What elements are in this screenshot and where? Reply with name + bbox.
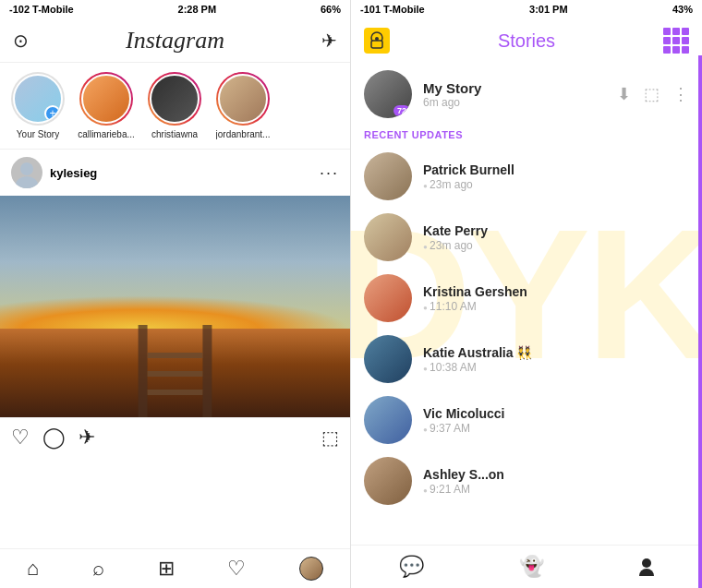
svg-point-0 bbox=[20, 162, 33, 175]
snap-my-story-item[interactable]: 72 My Story 6m ago ⬇ ⬚ ⋮ bbox=[351, 63, 702, 126]
ig-nav-home-icon[interactable]: ⌂ bbox=[27, 557, 39, 581]
snap-nav-chat-icon[interactable]: 💬 bbox=[399, 555, 424, 579]
ig-nav-search-icon[interactable]: ⌕ bbox=[92, 557, 104, 581]
snap-ghost-icon[interactable] bbox=[364, 28, 390, 54]
snap-story-item-katie[interactable]: Katie Australia 👯 10:38 AM bbox=[351, 329, 702, 390]
story-add-icon: + bbox=[44, 105, 61, 122]
snap-grid-icon[interactable] bbox=[663, 28, 689, 54]
snap-story-avatar-patrick bbox=[364, 152, 412, 200]
snap-story-item-ashley[interactable]: Ashley S...on 9:21 AM bbox=[351, 450, 702, 511]
story-avatar-christiawna bbox=[150, 74, 200, 124]
svg-rect-3 bbox=[202, 325, 212, 417]
camera-icon[interactable]: ⊙ bbox=[13, 30, 29, 52]
story-avatar-callimarieba bbox=[81, 74, 131, 124]
snap-story-time-patrick: 23m ago bbox=[423, 178, 689, 191]
svg-rect-4 bbox=[148, 353, 203, 358]
snap-nav-ghost-icon[interactable]: 👻 bbox=[519, 555, 544, 579]
snap-download-icon[interactable]: ⬇ bbox=[617, 84, 631, 104]
snap-header-title: Stories bbox=[390, 30, 663, 52]
snap-story-avatar-kate bbox=[364, 213, 412, 261]
ig-post-avatar bbox=[11, 157, 42, 188]
ig-post-actions-left: ♡ ◯ ✈ bbox=[11, 426, 95, 450]
snap-more-icon[interactable]: ⋮ bbox=[672, 84, 689, 104]
snap-story-info-vic: Vic Micolucci 9:37 AM bbox=[423, 406, 689, 435]
snap-battery: 43% bbox=[672, 4, 693, 15]
ig-post-image bbox=[0, 196, 350, 417]
snap-story-time-kristina: 11:10 AM bbox=[423, 300, 689, 313]
ig-post-user[interactable]: kylesieg bbox=[11, 157, 97, 188]
story-item-jordanbrant[interactable]: jordanbrant... bbox=[212, 72, 273, 139]
svg-rect-6 bbox=[148, 390, 203, 395]
story-label-callimarieba: callimarieba... bbox=[78, 129, 135, 139]
snapchat-panel: DYK -101 T-Mobile 3:01 PM 43% Stories bbox=[351, 0, 702, 588]
snap-story-info-kristina: Kristina Gershen 11:10 AM bbox=[423, 284, 689, 313]
send-icon[interactable]: ✈ bbox=[321, 30, 337, 52]
snap-story-avatar-ashley bbox=[364, 457, 412, 505]
ig-nav-heart-icon[interactable]: ♡ bbox=[227, 557, 246, 581]
story-item-your-story[interactable]: + Your Story bbox=[7, 72, 68, 139]
story-avatar-wrap-callimarieba bbox=[79, 72, 133, 126]
snap-carrier: -101 T-Mobile bbox=[360, 4, 425, 15]
snap-story-time-ashley: 9:21 AM bbox=[423, 483, 689, 496]
snap-nav-people-icon[interactable] bbox=[639, 558, 654, 576]
snap-my-story-name: My Story bbox=[423, 80, 606, 96]
snap-story-name-kristina: Kristina Gershen bbox=[423, 284, 689, 299]
snap-story-name-ashley: Ashley S...on bbox=[423, 467, 689, 482]
snap-story-time-katie: 10:38 AM bbox=[423, 361, 689, 374]
snap-my-story-avatar: 72 bbox=[364, 70, 412, 118]
snap-story-avatar-kristina bbox=[364, 274, 412, 322]
story-avatar-wrap-your-story: + bbox=[11, 72, 65, 126]
ig-post-username: kylesieg bbox=[50, 166, 97, 180]
bookmark-icon[interactable]: ⬚ bbox=[321, 426, 339, 449]
snap-story-name-kate: Kate Perry bbox=[423, 223, 689, 238]
share-icon[interactable]: ✈ bbox=[79, 426, 95, 450]
snap-story-name-katie: Katie Australia 👯 bbox=[423, 345, 689, 360]
instagram-panel: -102 T-Mobile 2:28 PM 66% ⊙ Instagram ✈ … bbox=[0, 0, 351, 588]
pier-svg bbox=[0, 325, 350, 417]
snap-story-item-kate[interactable]: Kate Perry 23m ago bbox=[351, 207, 702, 268]
ig-battery: 66% bbox=[321, 4, 341, 15]
snap-share-icon[interactable]: ⬚ bbox=[644, 84, 660, 104]
snap-header: Stories bbox=[351, 18, 702, 63]
snap-my-story-time: 6m ago bbox=[423, 96, 606, 109]
snap-recent-label: RECENT UPDATES bbox=[351, 126, 702, 146]
snap-story-time-kate: 23m ago bbox=[423, 239, 689, 252]
story-label-jordanbrant: jordanbrant... bbox=[216, 129, 271, 139]
story-avatar-jordanbrant bbox=[218, 74, 268, 124]
story-avatar-your-story: + bbox=[13, 74, 63, 124]
snap-bottom-nav: 💬 👻 bbox=[351, 545, 702, 588]
snap-story-list: Patrick Burnell 23m ago Kate Perry 23m a… bbox=[351, 146, 702, 545]
story-item-callimarieba[interactable]: callimarieba... bbox=[76, 72, 137, 139]
svg-point-1 bbox=[16, 176, 38, 188]
snap-story-time-vic: 9:37 AM bbox=[423, 422, 689, 435]
snap-story-item-kristina[interactable]: Kristina Gershen 11:10 AM bbox=[351, 268, 702, 329]
svg-point-9 bbox=[375, 37, 379, 41]
snap-story-info-kate: Kate Perry 23m ago bbox=[423, 223, 689, 252]
snap-story-info-ashley: Ashley S...on 9:21 AM bbox=[423, 467, 689, 496]
snap-story-name-patrick: Patrick Burnell bbox=[423, 162, 689, 177]
story-label-your-story: Your Story bbox=[17, 129, 59, 139]
snap-story-item-patrick[interactable]: Patrick Burnell 23m ago bbox=[351, 146, 702, 207]
snap-my-story-info: My Story 6m ago bbox=[423, 80, 606, 109]
story-label-christiawna: christiawna bbox=[151, 129, 198, 139]
ig-nav-profile-avatar[interactable] bbox=[299, 557, 323, 581]
snap-story-name-vic: Vic Micolucci bbox=[423, 406, 689, 421]
snap-my-story-actions: ⬇ ⬚ ⋮ bbox=[617, 84, 689, 104]
ig-carrier: -102 T-Mobile bbox=[9, 4, 74, 15]
ig-bottom-nav: ⌂ ⌕ ⊞ ♡ bbox=[0, 548, 350, 588]
like-icon[interactable]: ♡ bbox=[11, 426, 30, 450]
ig-stories-row: + Your Story callimarieba... christiawna… bbox=[0, 63, 350, 150]
comment-icon[interactable]: ◯ bbox=[42, 426, 66, 450]
snap-status-bar: -101 T-Mobile 3:01 PM 43% bbox=[351, 0, 702, 18]
story-avatar-wrap-jordanbrant bbox=[216, 72, 270, 126]
svg-rect-5 bbox=[148, 371, 203, 377]
ig-nav-add-icon[interactable]: ⊞ bbox=[158, 557, 175, 581]
svg-rect-8 bbox=[371, 41, 382, 48]
story-avatar-wrap-christiawna bbox=[148, 72, 201, 126]
snap-my-story-count: 72 bbox=[393, 105, 410, 116]
snap-story-avatar-vic bbox=[364, 396, 412, 444]
snap-story-item-vic[interactable]: Vic Micolucci 9:37 AM bbox=[351, 390, 702, 450]
ig-logo: Instagram bbox=[126, 27, 224, 54]
story-item-christiawna[interactable]: christiawna bbox=[144, 72, 205, 139]
ig-post-more-icon[interactable]: ··· bbox=[320, 163, 339, 183]
